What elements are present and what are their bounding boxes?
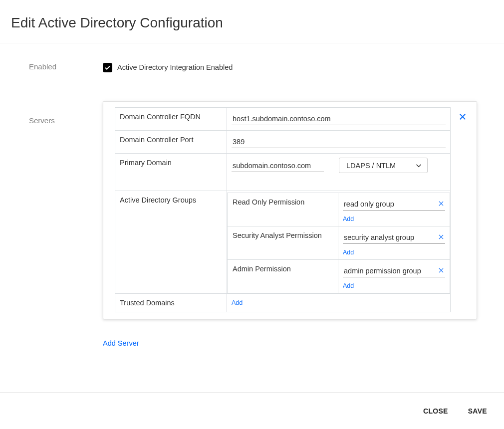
close-button[interactable]: CLOSE [423, 407, 448, 415]
fqdn-input[interactable] [232, 112, 446, 125]
table-row: Admin Permission Add [228, 260, 450, 293]
trusted-domains-label: Trusted Domains [115, 294, 227, 312]
group-permission-label: Read Only Permission [228, 193, 338, 226]
add-group-link[interactable]: Add [343, 246, 354, 256]
primary-domain-input[interactable] [232, 159, 324, 172]
group-permission-label: Security Analyst Permission [228, 226, 338, 260]
auth-method-select[interactable]: LDAPS / NTLM [339, 158, 428, 173]
port-label: Domain Controller Port [115, 131, 227, 154]
remove-group-button[interactable] [437, 266, 445, 274]
table-row: Primary Domain LDAPS / NTLM [115, 154, 451, 191]
primary-domain-label: Primary Domain [115, 154, 227, 191]
group-name-input[interactable] [343, 264, 445, 277]
close-icon [438, 267, 445, 274]
close-icon [438, 233, 445, 240]
add-group-link[interactable]: Add [343, 279, 354, 289]
table-row: Read Only Permission Add [228, 193, 450, 226]
fqdn-label: Domain Controller FQDN [115, 108, 227, 131]
table-row: Domain Controller FQDN [115, 108, 451, 131]
add-trusted-domain-link[interactable]: Add [232, 298, 243, 306]
table-row: Trusted Domains Add [115, 294, 451, 312]
enabled-label: Enabled [29, 58, 103, 71]
close-icon [438, 200, 445, 207]
add-server-link[interactable]: Add Server [103, 339, 139, 347]
server-card: Domain Controller FQDN Domain Controller… [103, 101, 477, 319]
page-title: Edit Active Directory Configuration [0, 0, 504, 43]
servers-label: Servers [29, 101, 103, 125]
enabled-checkbox[interactable] [103, 63, 112, 72]
group-name-input[interactable] [343, 230, 445, 244]
save-button[interactable]: SAVE [468, 407, 487, 415]
table-row: Active Directory Groups Read Only Permis… [115, 191, 451, 294]
remove-group-button[interactable] [437, 233, 445, 241]
table-row: Security Analyst Permission Add [228, 226, 450, 260]
close-icon [458, 112, 467, 121]
auth-method-value: LDAPS / NTLM [346, 162, 396, 170]
add-group-link[interactable]: Add [343, 213, 354, 222]
dialog-footer: CLOSE SAVE [0, 392, 504, 429]
remove-group-button[interactable] [437, 200, 445, 208]
group-permission-label: Admin Permission [228, 260, 338, 293]
table-row: Domain Controller Port [115, 131, 451, 154]
remove-server-button[interactable] [457, 111, 469, 123]
group-name-input[interactable] [343, 197, 445, 211]
port-input[interactable] [232, 135, 446, 148]
enabled-checkbox-label: Active Directory Integration Enabled [117, 63, 233, 71]
chevron-down-icon [414, 161, 423, 172]
ad-groups-label: Active Directory Groups [115, 191, 227, 294]
check-icon [104, 64, 111, 71]
